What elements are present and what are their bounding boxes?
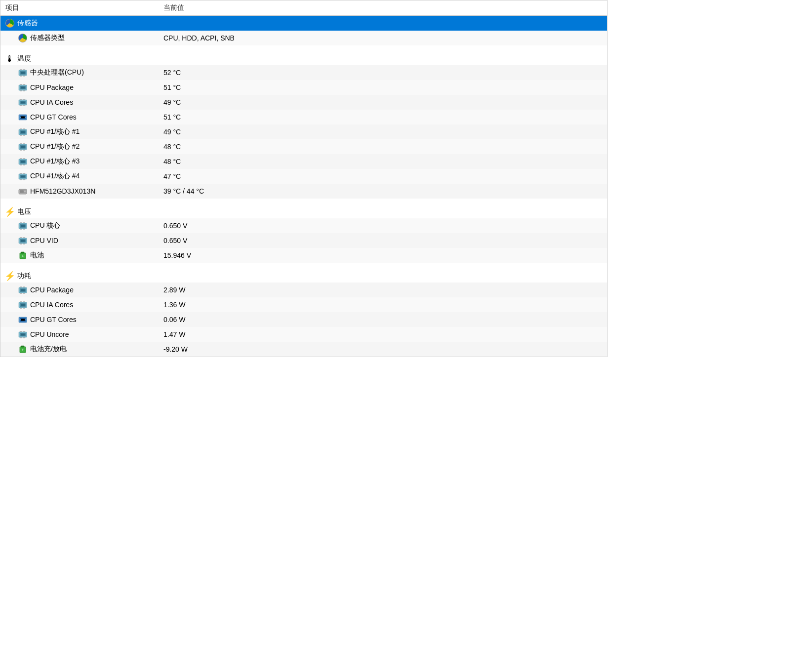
row-value-cell: 49 °C	[163, 128, 602, 136]
table-row: ⚡功耗	[0, 267, 607, 283]
row-value-cell: 48 °C	[163, 143, 602, 151]
cpu-icon	[18, 142, 27, 151]
row-value-cell: 52 °C	[163, 69, 602, 77]
row-label: CPU #1/核心 #3	[30, 157, 80, 166]
row-name-cell: CPU #1/核心 #4	[5, 172, 163, 181]
svg-rect-40	[21, 131, 25, 133]
svg-rect-113	[21, 289, 25, 291]
row-label: CPU Package	[30, 83, 74, 91]
table-row: CPU Package51 °C	[0, 80, 607, 95]
cpu-icon	[18, 285, 27, 294]
cpu-icon	[18, 83, 27, 92]
row-value-cell: 2.89 W	[163, 286, 602, 294]
table-row: CPU Package2.89 W	[0, 283, 607, 297]
row-name-cell: CPU GT Cores	[5, 113, 163, 122]
cpu-icon	[18, 236, 27, 245]
row-label: 电池充/放电	[30, 345, 67, 354]
spacer	[0, 45, 607, 49]
table-row: + 电池充/放电-9.20 W	[0, 342, 607, 357]
svg-rect-62	[21, 161, 25, 163]
row-label: CPU Package	[30, 286, 74, 294]
table-row: 传感器类型CPU, HDD, ACPI, SNB	[0, 31, 607, 45]
battery-icon: +	[18, 251, 27, 260]
svg-point-84	[24, 191, 26, 193]
table-row: CPU #1/核心 #149 °C	[0, 124, 607, 139]
sensor-icon	[18, 34, 27, 42]
row-name-cell: + 电池充/放电	[5, 345, 163, 354]
header-value: 当前值	[163, 3, 602, 12]
row-label: 传感器类型	[30, 34, 65, 42]
svg-rect-73	[21, 176, 25, 178]
row-name-cell: CPU #1/核心 #1	[5, 127, 163, 136]
svg-rect-51	[21, 146, 25, 148]
row-name-cell: 传感器	[5, 19, 163, 28]
svg-rect-140	[21, 334, 25, 336]
row-value-cell: 1.47 W	[163, 330, 602, 338]
table-row: CPU 核心0.650 V	[0, 218, 607, 233]
row-value-cell: 49 °C	[163, 98, 602, 106]
battery-icon: +	[18, 345, 27, 354]
svg-rect-13	[21, 87, 25, 89]
row-label: CPU #1/核心 #1	[30, 127, 80, 136]
row-label: CPU GT Cores	[30, 113, 77, 121]
row-name-cell: CPU Package	[5, 83, 163, 92]
sensor-icon	[5, 19, 14, 28]
table-row: CPU GT Cores51 °C	[0, 110, 607, 124]
gpu-icon	[18, 315, 27, 324]
row-name-cell: CPU IA Cores	[5, 300, 163, 309]
row-name-cell: CPU IA Cores	[5, 98, 163, 107]
row-name-cell: CPU 核心	[5, 221, 163, 230]
row-value-cell: 47 °C	[163, 172, 602, 180]
table-row: CPU Uncore1.47 W	[0, 327, 607, 342]
row-label: 功耗	[17, 272, 31, 281]
cpu-icon	[18, 330, 27, 339]
svg-rect-2	[21, 72, 25, 74]
row-label: 电池	[30, 251, 44, 260]
svg-text:+: +	[22, 348, 24, 352]
row-name-cell: HFM512GD3JX013N	[5, 187, 163, 196]
row-value-cell: 0.650 V	[163, 222, 602, 230]
svg-rect-35	[21, 117, 25, 119]
row-value-cell: 1.36 W	[163, 301, 602, 309]
svg-rect-135	[21, 319, 25, 321]
spacer	[0, 263, 607, 267]
svg-rect-109	[21, 252, 24, 253]
row-name-cell: CPU #1/核心 #3	[5, 157, 163, 166]
row-value-cell: -9.20 W	[163, 345, 602, 353]
row-label: CPU IA Cores	[30, 301, 73, 309]
header-name: 项目	[5, 3, 163, 12]
row-value-cell: 15.946 V	[163, 251, 602, 259]
row-label: CPU Uncore	[30, 330, 69, 338]
row-value-cell: 0.650 V	[163, 237, 602, 244]
spacer	[0, 199, 607, 203]
row-name-cell: 传感器类型	[5, 34, 163, 42]
cpu-icon	[18, 68, 27, 77]
cpu-icon	[18, 172, 27, 181]
bolt-icon: ⚡	[5, 207, 14, 216]
svg-rect-150	[21, 346, 24, 347]
bolt-icon: ⚡	[5, 272, 14, 281]
row-value-cell: 0.06 W	[163, 316, 602, 324]
table-row: CPU #1/核心 #248 °C	[0, 139, 607, 154]
row-name-cell: CPU VID	[5, 236, 163, 245]
row-label: 中央处理器(CPU)	[30, 68, 84, 77]
row-name-cell: CPU Uncore	[5, 330, 163, 339]
row-label: CPU VID	[30, 237, 58, 244]
row-name-cell: CPU #1/核心 #2	[5, 142, 163, 151]
svg-rect-83	[20, 190, 24, 193]
row-label: 电压	[17, 207, 31, 216]
row-label: 温度	[17, 54, 31, 63]
row-value-cell: 51 °C	[163, 83, 602, 91]
cpu-icon	[18, 98, 27, 107]
svg-text:+: +	[22, 254, 24, 258]
hdd-icon	[18, 187, 27, 196]
row-name-cell: ⚡电压	[5, 207, 163, 216]
row-label: HFM512GD3JX013N	[30, 187, 95, 195]
table-row: CPU IA Cores49 °C	[0, 95, 607, 110]
table-row: CPU #1/核心 #447 °C	[0, 169, 607, 184]
row-label: CPU #1/核心 #4	[30, 172, 80, 181]
table-row: 中央处理器(CPU)52 °C	[0, 65, 607, 80]
table-row: CPU #1/核心 #348 °C	[0, 154, 607, 169]
table-row: 🌡温度	[0, 49, 607, 65]
cpu-icon	[18, 300, 27, 309]
